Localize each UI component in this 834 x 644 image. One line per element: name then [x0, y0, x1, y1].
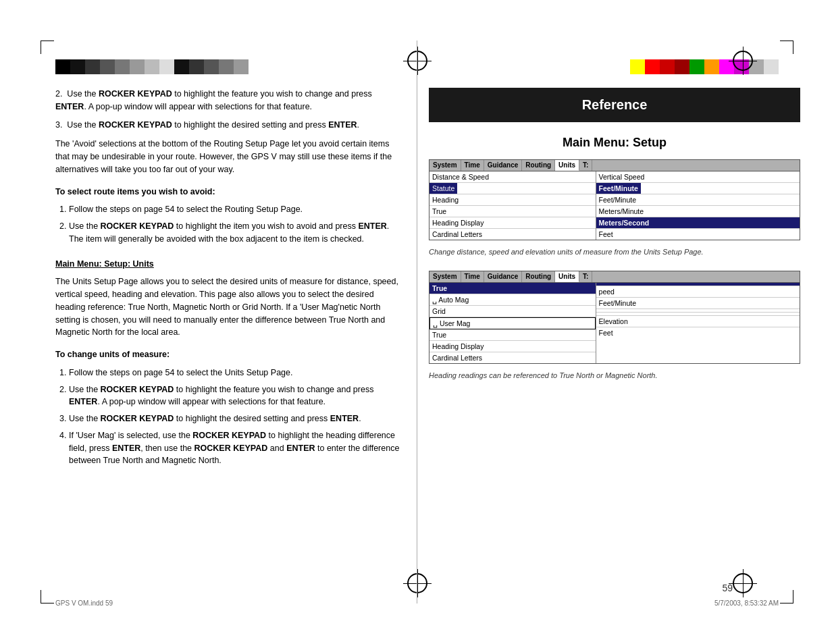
step-2: 2. Use the ROCKER KEYPAD to highlight th…: [55, 88, 400, 113]
screen1-val3: Feet/Minute: [596, 194, 800, 206]
color-bar-right: [630, 59, 779, 74]
screen2-col-right: peed Feet/Minute Elevation Feet: [596, 283, 800, 363]
step-3: 3. Use the ROCKER KEYPAD to highlight th…: [55, 119, 400, 132]
tab-units: Units: [555, 160, 579, 171]
tab-time: Time: [461, 160, 484, 171]
tab2-time: Time: [461, 271, 484, 282]
screen1-tabs: System Time Guidance Routing Units T:: [429, 160, 800, 171]
screen2-row3: Grid: [429, 306, 596, 317]
avoid-heading: To select route items you wish to avoid:: [55, 186, 400, 198]
units-item-1: Follow the steps on page 54 to select th…: [69, 367, 400, 379]
screen2-row1: True: [429, 283, 596, 294]
units-heading: Main Menu: Setup: Units: [55, 258, 400, 271]
screen2-val2: peed: [596, 286, 800, 298]
screen2-row2: ␣ Auto Mag: [429, 294, 596, 306]
screen1-caption: Change distance, speed and elevation uni…: [429, 247, 800, 257]
screen2-row6: Heading Display: [429, 341, 596, 352]
screen1-val4: Meters/Minute: [596, 206, 800, 217]
screen1-row6: Cardinal Letters: [429, 229, 596, 240]
screen1-val2: Feet/Minute: [596, 183, 800, 194]
reg-mark-br: [780, 590, 793, 603]
units-intro: The Units Setup Page allows you to selec…: [55, 275, 400, 339]
screen1-row5: Heading Display: [429, 217, 596, 229]
screen1: System Time Guidance Routing Units T: Di…: [429, 159, 800, 240]
change-units-list: Follow the steps on page 54 to select th…: [69, 367, 400, 467]
main-menu-title: Main Menu: Setup: [429, 136, 800, 150]
units-item-2: Use the ROCKER KEYPAD to highlight the f…: [69, 383, 400, 409]
page-divider: [417, 41, 417, 603]
reg-mark-bl: [41, 590, 54, 603]
tab2-system: System: [429, 271, 461, 282]
avoid-intro: The 'Avoid' selections at the bottom of …: [55, 138, 400, 176]
footer-right: 5/7/2003, 8:53:32 AM: [714, 599, 779, 607]
screen2-val7: Feet: [596, 327, 800, 338]
screen1-row4: True: [429, 206, 596, 217]
screen1-val6: Feet: [596, 229, 800, 240]
page-number: 59: [722, 583, 733, 593]
screen2-body: True ␣ Auto Mag Grid ␣ User Mag True Hea…: [429, 283, 800, 363]
screen2: System Time Guidance Routing Units T: Tr…: [429, 271, 800, 364]
tab-system: System: [429, 160, 461, 171]
tab2-guidance: Guidance: [484, 271, 523, 282]
screen2-val6: Elevation: [596, 316, 800, 327]
screen2-row7: Cardinal Letters: [429, 352, 596, 363]
crosshair-bottom-right: [733, 573, 753, 593]
screen1-col-left: Distance & Speed Statute Heading True He…: [429, 171, 596, 240]
reg-mark-tl: [41, 41, 54, 54]
reg-mark-tr: [780, 41, 793, 54]
screen1-row3: Heading: [429, 194, 596, 206]
screen2-tabs: System Time Guidance Routing Units T:: [429, 271, 800, 283]
color-bar-left: [55, 59, 249, 74]
screen1-val1: Vertical Speed: [596, 171, 800, 183]
screen2-row5: True: [429, 329, 596, 341]
change-units-heading: To change units of measure:: [55, 348, 400, 361]
tab2-routing: Routing: [522, 271, 555, 282]
avoid-list: Follow the steps on page 54 to select th…: [69, 203, 400, 245]
screen1-col-right: Vertical Speed Feet/Minute Feet/Minute M…: [596, 171, 800, 240]
tab-extra: T:: [579, 160, 592, 171]
footer-left: GPS V OM.indd 59: [55, 599, 113, 607]
screen1-row2: Statute: [429, 183, 596, 194]
left-column: 2. Use the ROCKER KEYPAD to highlight th…: [55, 88, 400, 474]
tab2-units: Units: [555, 271, 579, 282]
screen2-val3: Feet/Minute: [596, 298, 800, 309]
screen1-val5: Meters/Second: [596, 217, 800, 229]
screen1-body: Distance & Speed Statute Heading True He…: [429, 171, 800, 240]
tab2-extra: T:: [579, 271, 592, 282]
right-column: Reference Main Menu: Setup System Time G…: [429, 88, 800, 395]
screen1-row1: Distance & Speed: [429, 171, 596, 183]
screen2-row4: ␣ User Mag: [429, 317, 596, 329]
crosshair-top-right: [733, 51, 753, 71]
tab-guidance: Guidance: [484, 160, 523, 171]
units-item-3: Use the ROCKER KEYPAD to highlight the d…: [69, 412, 400, 425]
avoid-item-2: Use the ROCKER KEYPAD to highlight the i…: [69, 220, 400, 246]
screen2-col-left: True ␣ Auto Mag Grid ␣ User Mag True Hea…: [429, 283, 596, 363]
avoid-item-1: Follow the steps on page 54 to select th…: [69, 203, 400, 216]
reference-header: Reference: [429, 88, 800, 122]
screen2-caption: Heading readings can be referenced to Tr…: [429, 371, 800, 381]
units-item-4: If 'User Mag' is selected, use the ROCKE…: [69, 429, 400, 467]
tab-routing: Routing: [522, 160, 555, 171]
